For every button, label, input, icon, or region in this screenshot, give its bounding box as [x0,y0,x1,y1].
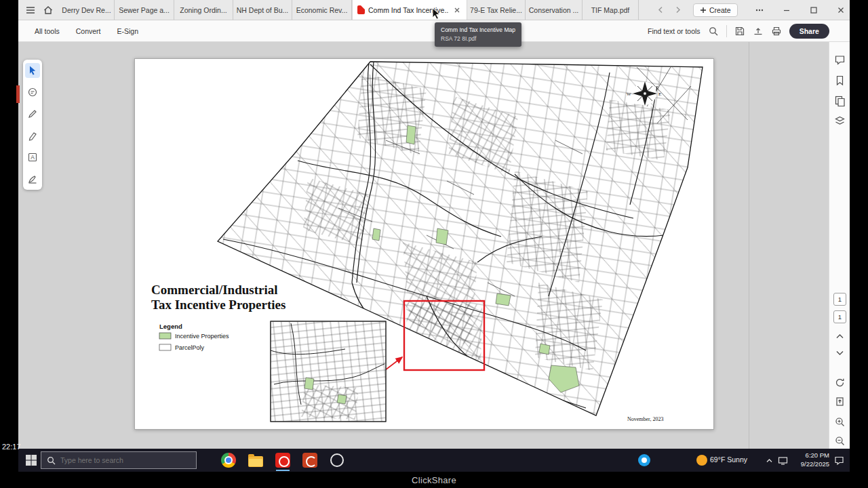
page-up-icon[interactable] [834,331,846,342]
tooltip-filename: RSA 72 8I.pdf [441,35,515,43]
acrobat-window: Derry Dev Re... Sewer Page a... Zoning O… [18,0,850,449]
home-icon[interactable] [43,5,54,16]
taskbar-clock[interactable]: 6:20 PM 9/22/2025 [790,451,829,469]
map-date: November, 2023 [627,416,663,422]
create-label: Create [709,6,731,14]
toolbar-right: Find text or tools Share [648,20,829,42]
bottom-overlay-bar: ClickShare [0,472,868,488]
tab-comm-ind-tax-incentive[interactable]: Comm Ind Tax Incentive... [352,0,467,20]
comment-tool-icon[interactable] [25,85,40,100]
map-legend: Legend Incentive Properties ParcelPoly [159,323,229,351]
tab-label: Sewer Page a... [119,6,170,14]
help-tray-icon[interactable] [638,454,650,466]
quick-menu: All tools Convert E-Sign [35,20,138,42]
legend-label-incentive: Incentive Properties [175,333,229,340]
map-title-line1: Commercial/Industrial [151,283,277,297]
legend-swatch-incentive [159,333,171,339]
pdf-page[interactable]: W E Commercial/Industrial Tax Incentive … [134,58,714,430]
map-title-line2: Tax Incentive Properties [151,298,285,312]
left-tools-rail: A [23,60,42,190]
search-icon[interactable] [708,26,719,37]
document-area: A [18,42,850,449]
chrome-icon[interactable] [220,452,237,468]
document-scrollbar[interactable] [749,42,749,449]
save-icon[interactable] [734,26,745,37]
pdf-file-icon [357,5,365,14]
compass-west-label: W [627,92,631,97]
tab-tif-map[interactable]: TIF Map.pdf [583,0,639,20]
clock-date: 9/22/2025 [790,460,829,469]
bookmarks-panel-icon[interactable] [834,75,846,86]
action-center-icon[interactable] [834,455,844,466]
convert-menu[interactable]: Convert [76,27,101,35]
page-number-current: 1 [833,293,846,306]
tab-zoning-ordinance[interactable]: Zoning Ordin... [174,0,233,20]
tab-nh-dept[interactable]: NH Dept of Bu... [233,0,292,20]
zoom-out-icon[interactable] [834,435,846,447]
start-button[interactable] [25,454,37,466]
weather-sun-icon[interactable] [696,455,707,466]
share-label: Share [800,27,819,35]
close-button[interactable] [836,5,846,15]
menu-icon[interactable] [25,5,36,16]
mouse-cursor [432,7,441,20]
parcel-map: W E Commercial/Industrial Tax Incentive … [135,59,715,430]
maximize-button[interactable] [809,5,818,15]
tab-conservation[interactable]: Conservation ... [526,0,583,20]
find-text-label[interactable]: Find text or tools [648,27,701,35]
toolbar-divider [726,25,727,37]
all-tools-menu[interactable]: All tools [35,27,60,35]
left-black-strip [0,0,18,488]
tab-close-icon[interactable] [452,5,462,15]
search-icon [47,456,56,465]
share-button[interactable]: Share [789,24,829,39]
overflow-menu-icon[interactable] [755,5,764,15]
comments-panel-icon[interactable] [834,54,846,66]
legend-title: Legend [159,323,182,330]
taskbar-search[interactable] [41,451,197,469]
tab-label: NH Dept of Bu... [237,6,288,14]
tab-79e-tax-relief[interactable]: 79-E Tax Relie... [467,0,526,20]
tab-label: Economic Rev... [296,6,348,14]
clock-time: 6:20 PM [790,451,829,460]
pencil-tool-icon[interactable] [25,106,40,121]
tab-scroll-left-icon[interactable] [656,5,665,14]
zoom-in-icon[interactable] [834,416,846,428]
minimize-button[interactable] [782,5,791,15]
tab-economic-rev[interactable]: Economic Rev... [292,0,352,20]
refresh-icon[interactable] [834,377,846,388]
print-icon[interactable] [771,26,782,37]
acrobat-icon[interactable] [275,452,291,468]
legend-swatch-parcelpoly [159,344,171,350]
page-number-total: 1 [833,310,846,323]
add-text-tool-icon[interactable]: A [25,150,40,165]
pages-panel-icon[interactable] [834,95,846,106]
record-ring-icon[interactable] [329,452,345,468]
select-tool-icon[interactable] [25,63,40,78]
weather-text[interactable]: 69°F Sunny [710,455,747,464]
fill-sign-tool-icon[interactable] [25,171,40,186]
right-tools-rail: 1 1 [829,42,850,449]
highlighter-tool-icon[interactable] [25,128,40,143]
tray-chevron-up-icon[interactable] [764,455,774,466]
upload-cloud-icon[interactable] [753,26,764,37]
powerpoint-icon[interactable] [302,452,318,468]
create-button[interactable]: Create [693,3,738,17]
inset-map [271,321,386,422]
tab-sewer-page[interactable]: Sewer Page a... [115,0,174,20]
display-tray-icon[interactable] [778,455,788,466]
video-timestamp: 22:17 [2,443,21,451]
toolbar: All tools Convert E-Sign Find text or to… [18,20,850,42]
page-down-icon[interactable] [834,347,846,359]
tab-label: Zoning Ordin... [180,6,226,14]
tab-derry-dev[interactable]: Derry Dev Re... [59,0,115,20]
tooltip-title: Comm Ind Tax Incentive Map [441,26,515,35]
layers-panel-icon[interactable] [834,115,846,127]
clickshare-watermark: ClickShare [412,475,456,485]
file-explorer-icon[interactable] [248,452,264,468]
active-app-indicator [276,470,290,471]
tab-scroll-right-icon[interactable] [673,5,682,14]
taskbar-search-input[interactable] [60,456,182,464]
esign-menu[interactable]: E-Sign [117,27,139,35]
export-page-icon[interactable] [834,396,846,407]
